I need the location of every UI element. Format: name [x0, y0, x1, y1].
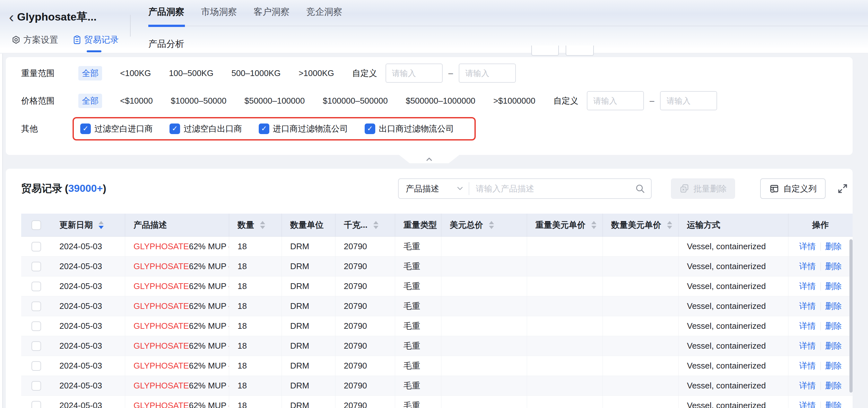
delete-link[interactable]: 删除 [825, 320, 842, 332]
price-max-input[interactable] [660, 91, 717, 110]
clipped-input[interactable] [531, 45, 559, 56]
clipped-input[interactable] [566, 45, 594, 56]
page-title: Glyphosate草... [17, 10, 97, 24]
delete-link[interactable]: 删除 [825, 340, 842, 351]
delete-link[interactable]: 删除 [825, 360, 842, 371]
weight-option[interactable]: 500–1000KG [231, 68, 281, 78]
cell-transport: Vessel, containerized [679, 396, 788, 408]
trade-records-table: 更新日期产品描述数量数量单位千克...重量类型美元总价重量美元单价数量美元单价运… [21, 214, 852, 408]
records-count-value: 39000+ [68, 182, 103, 194]
delete-link[interactable]: 删除 [825, 400, 842, 408]
column-header[interactable]: 千克... [336, 214, 395, 237]
price-option[interactable]: >$1000000 [493, 96, 535, 106]
search-input[interactable] [469, 184, 635, 194]
back-icon[interactable]: ‹ [9, 10, 14, 24]
subnav-item-scheme-settings[interactable]: 方案设置 [11, 34, 58, 45]
table-toolbar: 产品描述 批量删除 [398, 178, 848, 199]
cell-actions: 详情删除 [788, 396, 852, 408]
detail-link[interactable]: 详情 [799, 380, 816, 391]
row-checkbox[interactable] [31, 401, 41, 408]
weight-option[interactable]: 100–500KG [169, 68, 214, 78]
cell-kg: 20790 [336, 276, 395, 296]
action-divider [820, 322, 821, 330]
delete-link[interactable]: 删除 [825, 241, 842, 252]
row-checkbox[interactable] [31, 341, 41, 351]
filter-checkbox-item[interactable]: ✓出口商过滤物流公司 [365, 123, 454, 134]
sub-nav: 方案设置 贸易记录 [11, 34, 119, 45]
vertical-scrollbar[interactable] [849, 239, 852, 393]
cell-usd-total [441, 356, 527, 376]
tab-competitor-insight[interactable]: 竞企洞察 [306, 6, 342, 18]
price-option[interactable]: $50000–100000 [244, 96, 305, 106]
checkbox-checked-icon[interactable]: ✓ [365, 124, 375, 134]
detail-link[interactable]: 详情 [799, 261, 816, 272]
custom-columns-button[interactable]: 自定义列 [760, 178, 826, 199]
column-header[interactable]: 重量美元单价 [527, 214, 603, 237]
weight-min-input[interactable] [385, 64, 443, 83]
detail-link[interactable]: 详情 [799, 320, 816, 332]
delete-link[interactable]: 删除 [825, 261, 842, 272]
row-checkbox[interactable] [31, 302, 41, 311]
price-option[interactable]: 全部 [78, 94, 102, 108]
collapse-filters-button[interactable] [399, 155, 460, 163]
cell-kg: 20790 [336, 376, 395, 396]
price-custom-label[interactable]: 自定义 [553, 95, 579, 106]
row-checkbox[interactable] [31, 361, 41, 371]
action-divider [820, 302, 821, 310]
price-option[interactable]: <$10000 [120, 96, 153, 106]
tab-market-insight[interactable]: 市场洞察 [201, 6, 237, 18]
weight-custom-label[interactable]: 自定义 [352, 68, 377, 79]
weight-option[interactable]: >1000KG [299, 68, 334, 78]
checkbox-checked-icon[interactable]: ✓ [259, 124, 269, 134]
detail-link[interactable]: 详情 [799, 301, 816, 312]
subnav-item-trade-records[interactable]: 贸易记录 [73, 34, 119, 45]
price-min-input[interactable] [587, 91, 644, 110]
sort-icon[interactable] [373, 221, 378, 229]
sort-icon[interactable] [667, 221, 672, 229]
weight-option[interactable]: 全部 [78, 66, 102, 80]
price-option[interactable]: $100000–500000 [322, 96, 388, 106]
cell-transport: Vessel, containerized [679, 237, 788, 257]
column-header-label: 产品描述 [133, 219, 167, 231]
delete-link[interactable]: 删除 [825, 301, 842, 312]
select-all-checkbox[interactable] [31, 220, 41, 230]
search-icon[interactable] [635, 183, 645, 194]
column-header[interactable]: 美元总价 [441, 214, 527, 237]
batch-delete-button[interactable]: 批量删除 [671, 178, 735, 199]
fullscreen-icon[interactable] [837, 183, 848, 194]
column-header[interactable]: 更新日期 [51, 214, 125, 237]
detail-link[interactable]: 详情 [799, 360, 816, 371]
row-checkbox[interactable] [31, 242, 41, 251]
weight-option[interactable]: <100KG [120, 68, 151, 78]
detail-link[interactable]: 详情 [799, 340, 816, 351]
price-option[interactable]: $10000–50000 [171, 96, 227, 106]
row-checkbox[interactable] [31, 282, 41, 291]
delete-link[interactable]: 删除 [825, 380, 842, 391]
detail-link[interactable]: 详情 [799, 281, 816, 292]
column-header[interactable]: 数量 [229, 214, 282, 237]
filter-checkbox-item[interactable]: ✓过滤空白出口商 [169, 123, 242, 134]
row-checkbox[interactable] [31, 321, 41, 331]
action-divider [820, 242, 821, 251]
tab-customer-insight[interactable]: 客户洞察 [254, 6, 289, 18]
delete-link[interactable]: 删除 [825, 281, 842, 292]
price-option[interactable]: $500000–1000000 [406, 96, 475, 106]
detail-link[interactable]: 详情 [799, 400, 816, 408]
filter-checkbox-item[interactable]: ✓过滤空白进口商 [80, 123, 153, 134]
sort-icon[interactable] [591, 221, 596, 229]
tab-product-analysis[interactable]: 产品分析 [148, 38, 184, 50]
tab-product-insight[interactable]: 产品洞察 [148, 6, 184, 18]
checkbox-checked-icon[interactable]: ✓ [169, 124, 180, 134]
checkbox-checked-icon[interactable]: ✓ [80, 124, 91, 134]
row-checkbox[interactable] [31, 381, 41, 391]
sort-icon[interactable] [98, 221, 104, 229]
sort-icon[interactable] [489, 221, 494, 229]
table-header-row: 更新日期产品描述数量数量单位千克...重量类型美元总价重量美元单价数量美元单价运… [21, 214, 852, 237]
filter-checkbox-item[interactable]: ✓进口商过滤物流公司 [259, 123, 348, 134]
detail-link[interactable]: 详情 [799, 241, 816, 252]
column-header[interactable]: 数量美元单价 [603, 214, 679, 237]
sort-icon[interactable] [260, 221, 265, 229]
row-checkbox[interactable] [31, 262, 41, 271]
weight-max-input[interactable] [459, 64, 516, 83]
search-field-select[interactable]: 产品描述 [399, 183, 469, 194]
